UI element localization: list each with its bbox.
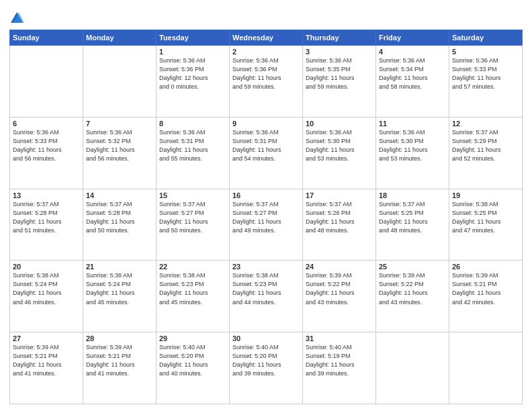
day-number: 8 — [159, 120, 226, 128]
day-number: 29 — [159, 334, 226, 342]
calendar-cell — [449, 332, 523, 404]
day-number: 25 — [379, 263, 446, 271]
day-info: Sunrise: 5:40 AM Sunset: 5:20 PM Dayligh… — [232, 343, 300, 378]
day-info: Sunrise: 5:36 AM Sunset: 5:32 PM Dayligh… — [86, 128, 153, 163]
calendar-cell: 3Sunrise: 5:36 AM Sunset: 5:35 PM Daylig… — [303, 46, 376, 118]
day-info: Sunrise: 5:39 AM Sunset: 5:21 PM Dayligh… — [86, 343, 153, 378]
day-info: Sunrise: 5:37 AM Sunset: 5:27 PM Dayligh… — [232, 200, 300, 235]
day-info: Sunrise: 5:36 AM Sunset: 5:30 PM Dayligh… — [306, 128, 373, 163]
day-number: 1 — [159, 48, 226, 56]
day-number: 3 — [306, 48, 373, 56]
week-row-5: 27Sunrise: 5:39 AM Sunset: 5:21 PM Dayli… — [10, 332, 523, 404]
day-number: 24 — [306, 263, 373, 271]
day-number: 20 — [13, 263, 80, 271]
calendar-cell — [10, 46, 83, 118]
day-number: 15 — [159, 191, 226, 199]
calendar-cell: 2Sunrise: 5:36 AM Sunset: 5:36 PM Daylig… — [230, 46, 303, 118]
day-number: 9 — [232, 120, 300, 128]
day-info: Sunrise: 5:37 AM Sunset: 5:28 PM Dayligh… — [13, 200, 80, 235]
day-info: Sunrise: 5:36 AM Sunset: 5:34 PM Dayligh… — [379, 56, 446, 91]
calendar-cell: 18Sunrise: 5:37 AM Sunset: 5:25 PM Dayli… — [376, 189, 449, 261]
calendar-cell: 7Sunrise: 5:36 AM Sunset: 5:32 PM Daylig… — [83, 117, 157, 189]
calendar-table: SundayMondayTuesdayWednesdayThursdayFrid… — [9, 30, 523, 404]
calendar-header-sunday: Sunday — [10, 30, 83, 46]
day-info: Sunrise: 5:39 AM Sunset: 5:21 PM Dayligh… — [452, 271, 519, 306]
week-row-3: 13Sunrise: 5:37 AM Sunset: 5:28 PM Dayli… — [10, 189, 523, 261]
day-number: 17 — [306, 191, 373, 199]
logo-icon — [9, 11, 24, 26]
day-info: Sunrise: 5:36 AM Sunset: 5:33 PM Dayligh… — [452, 56, 519, 91]
header — [9, 7, 523, 26]
day-info: Sunrise: 5:36 AM Sunset: 5:36 PM Dayligh… — [159, 56, 226, 91]
logo — [9, 9, 27, 26]
week-row-4: 20Sunrise: 5:38 AM Sunset: 5:24 PM Dayli… — [10, 261, 523, 332]
calendar-cell: 28Sunrise: 5:39 AM Sunset: 5:21 PM Dayli… — [83, 332, 157, 404]
day-number: 16 — [232, 191, 300, 199]
calendar-cell: 14Sunrise: 5:37 AM Sunset: 5:28 PM Dayli… — [83, 189, 157, 261]
calendar-cell: 20Sunrise: 5:38 AM Sunset: 5:24 PM Dayli… — [10, 261, 83, 332]
day-number: 4 — [379, 48, 446, 56]
day-info: Sunrise: 5:37 AM Sunset: 5:27 PM Dayligh… — [159, 200, 226, 235]
calendar-cell: 26Sunrise: 5:39 AM Sunset: 5:21 PM Dayli… — [449, 261, 523, 332]
day-info: Sunrise: 5:39 AM Sunset: 5:21 PM Dayligh… — [13, 343, 80, 378]
day-number: 22 — [159, 263, 226, 271]
day-info: Sunrise: 5:36 AM Sunset: 5:36 PM Dayligh… — [232, 56, 300, 91]
calendar-cell — [376, 332, 449, 404]
calendar-cell: 16Sunrise: 5:37 AM Sunset: 5:27 PM Dayli… — [230, 189, 303, 261]
day-info: Sunrise: 5:38 AM Sunset: 5:25 PM Dayligh… — [452, 200, 519, 235]
day-info: Sunrise: 5:37 AM Sunset: 5:28 PM Dayligh… — [86, 200, 153, 235]
day-info: Sunrise: 5:38 AM Sunset: 5:23 PM Dayligh… — [232, 271, 300, 306]
calendar-cell: 10Sunrise: 5:36 AM Sunset: 5:30 PM Dayli… — [303, 117, 376, 189]
day-number: 11 — [379, 120, 446, 128]
calendar-cell — [83, 46, 157, 118]
day-number: 2 — [232, 48, 300, 56]
calendar-cell: 12Sunrise: 5:37 AM Sunset: 5:29 PM Dayli… — [449, 117, 523, 189]
day-number: 10 — [306, 120, 373, 128]
day-number: 14 — [86, 191, 153, 199]
day-info: Sunrise: 5:38 AM Sunset: 5:23 PM Dayligh… — [159, 271, 226, 306]
calendar-cell: 1Sunrise: 5:36 AM Sunset: 5:36 PM Daylig… — [157, 46, 230, 118]
day-number: 7 — [86, 120, 153, 128]
day-info: Sunrise: 5:38 AM Sunset: 5:24 PM Dayligh… — [86, 271, 153, 306]
day-number: 18 — [379, 191, 446, 199]
day-info: Sunrise: 5:37 AM Sunset: 5:29 PM Dayligh… — [452, 128, 519, 163]
week-row-2: 6Sunrise: 5:36 AM Sunset: 5:33 PM Daylig… — [10, 117, 523, 189]
day-info: Sunrise: 5:40 AM Sunset: 5:20 PM Dayligh… — [159, 343, 226, 378]
calendar-cell: 30Sunrise: 5:40 AM Sunset: 5:20 PM Dayli… — [230, 332, 303, 404]
day-info: Sunrise: 5:39 AM Sunset: 5:22 PM Dayligh… — [379, 271, 446, 306]
day-number: 28 — [86, 334, 153, 342]
day-number: 30 — [232, 334, 300, 342]
day-info: Sunrise: 5:40 AM Sunset: 5:19 PM Dayligh… — [306, 343, 373, 378]
header-row: SundayMondayTuesdayWednesdayThursdayFrid… — [10, 30, 523, 46]
calendar-cell: 25Sunrise: 5:39 AM Sunset: 5:22 PM Dayli… — [376, 261, 449, 332]
day-info: Sunrise: 5:36 AM Sunset: 5:31 PM Dayligh… — [159, 128, 226, 163]
calendar-cell: 17Sunrise: 5:37 AM Sunset: 5:26 PM Dayli… — [303, 189, 376, 261]
calendar-header-saturday: Saturday — [449, 30, 523, 46]
calendar-cell: 21Sunrise: 5:38 AM Sunset: 5:24 PM Dayli… — [83, 261, 157, 332]
calendar-header-wednesday: Wednesday — [230, 30, 303, 46]
day-number: 31 — [306, 334, 373, 342]
calendar-cell: 4Sunrise: 5:36 AM Sunset: 5:34 PM Daylig… — [376, 46, 449, 118]
calendar-header-thursday: Thursday — [303, 30, 376, 46]
day-info: Sunrise: 5:38 AM Sunset: 5:24 PM Dayligh… — [13, 271, 80, 306]
day-number: 27 — [13, 334, 80, 342]
day-number: 19 — [452, 191, 519, 199]
calendar-cell: 29Sunrise: 5:40 AM Sunset: 5:20 PM Dayli… — [157, 332, 230, 404]
calendar-cell: 11Sunrise: 5:36 AM Sunset: 5:30 PM Dayli… — [376, 117, 449, 189]
calendar-cell: 15Sunrise: 5:37 AM Sunset: 5:27 PM Dayli… — [157, 189, 230, 261]
calendar-cell: 31Sunrise: 5:40 AM Sunset: 5:19 PM Dayli… — [303, 332, 376, 404]
day-number: 21 — [86, 263, 153, 271]
calendar-header-tuesday: Tuesday — [157, 30, 230, 46]
day-info: Sunrise: 5:37 AM Sunset: 5:25 PM Dayligh… — [379, 200, 446, 235]
day-number: 26 — [452, 263, 519, 271]
calendar-cell: 24Sunrise: 5:39 AM Sunset: 5:22 PM Dayli… — [303, 261, 376, 332]
calendar-cell: 5Sunrise: 5:36 AM Sunset: 5:33 PM Daylig… — [449, 46, 523, 118]
day-info: Sunrise: 5:36 AM Sunset: 5:35 PM Dayligh… — [306, 56, 373, 91]
day-number: 23 — [232, 263, 300, 271]
calendar-cell: 6Sunrise: 5:36 AM Sunset: 5:33 PM Daylig… — [10, 117, 83, 189]
calendar-cell: 19Sunrise: 5:38 AM Sunset: 5:25 PM Dayli… — [449, 189, 523, 261]
day-info: Sunrise: 5:39 AM Sunset: 5:22 PM Dayligh… — [306, 271, 373, 306]
day-number: 6 — [13, 120, 80, 128]
week-row-1: 1Sunrise: 5:36 AM Sunset: 5:36 PM Daylig… — [10, 46, 523, 118]
calendar-cell: 23Sunrise: 5:38 AM Sunset: 5:23 PM Dayli… — [230, 261, 303, 332]
